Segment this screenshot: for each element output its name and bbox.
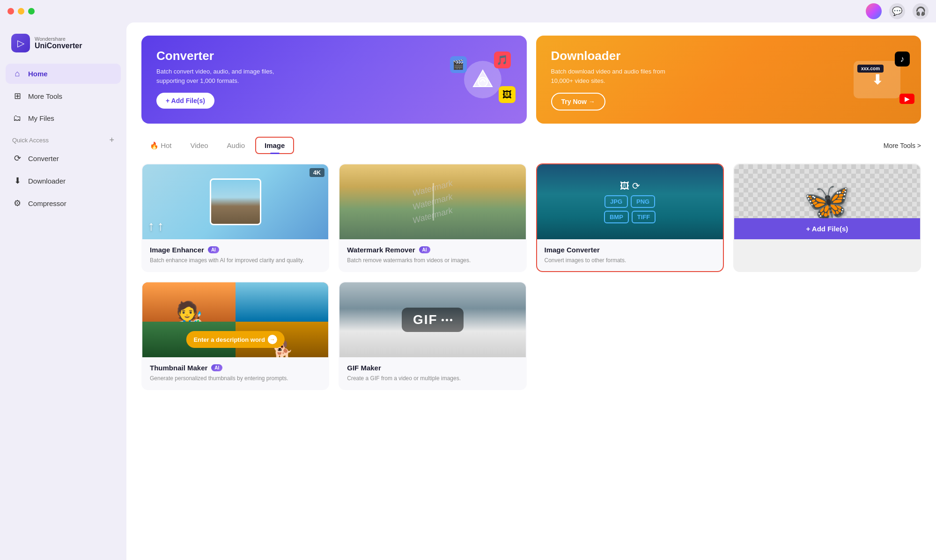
tool-card-image-enhancer[interactable]: 4K ↑ ↑ Image Enhancer AI Batch enhance i… [141, 163, 329, 272]
converter-banner: Converter Batch convert video, audio, an… [141, 36, 527, 124]
downloader-illustration: xxx.com ⬇ ♪ ▶ [844, 52, 910, 108]
sidebar-item-converter[interactable]: ⟳ Converter [6, 148, 121, 169]
image-converter-title: Image Converter [545, 246, 600, 254]
tool-card-thumbnail-maker[interactable]: 🧑‍🎨 🐕 Enter a description word → [141, 281, 329, 390]
svg-point-1 [478, 77, 487, 87]
4k-badge: 4K [310, 168, 325, 177]
tool-card-image-converter[interactable]: 🖼 ⟳ JPG PNG BMP TIFF Image Converter [536, 163, 724, 272]
converter-icon-area: 🖼 ⟳ JPG PNG BMP TIFF [592, 180, 667, 223]
quick-access-add-button[interactable]: + [109, 136, 114, 144]
home-icon: ⌂ [12, 69, 22, 79]
converter-label: Converter [28, 155, 59, 162]
quick-access-header: Quick Access + [6, 130, 121, 146]
pac-dot-1 [442, 319, 444, 321]
close-button[interactable] [7, 8, 14, 15]
watermark-remover-title: Watermark Remover [347, 246, 415, 254]
gif-maker-info: GIF Maker Create a GIF from a video or m… [339, 357, 525, 389]
sidebar-item-home[interactable]: ⌂ Home [6, 64, 121, 84]
tiff-badge: TIFF [632, 211, 656, 223]
image-enhancer-title: Image Enhancer [150, 246, 204, 254]
chat-button[interactable]: 💬 [889, 3, 905, 19]
category-tabs: 🔥 Hot Video Audio Image [141, 137, 294, 154]
app-name: UniConverter [35, 42, 82, 50]
converter-arrows: 🖼 ⟳ [620, 180, 640, 192]
watermark-remover-title-row: Watermark Remover AI [347, 246, 518, 254]
quick-access-label: Quick Access [12, 137, 49, 144]
prompt-arrow-icon: → [268, 335, 277, 344]
float-video-icon: 🎬 [450, 56, 467, 73]
headphone-button[interactable]: 🎧 [913, 3, 929, 19]
image-converter-desc: Convert images to other formats. [545, 256, 715, 265]
more-tools-link[interactable]: More Tools > [884, 142, 921, 149]
tiktok-logo: ♪ [895, 52, 910, 66]
converter-icon: ⟳ [12, 153, 22, 163]
brand-name: Wondershare [35, 36, 82, 42]
maximize-button[interactable] [28, 8, 35, 15]
watermark-remover-info: Watermark Remover AI Batch remove waterm… [339, 239, 525, 271]
minimize-button[interactable] [18, 8, 24, 15]
download-arrow-icon: ⬇ [872, 72, 883, 88]
image-enhancer-thumbnail: 4K ↑ ↑ [142, 164, 328, 239]
more-tools-icon: ⊞ [12, 91, 22, 101]
sidebar-item-compressor[interactable]: ⚙ Compressor [6, 193, 121, 214]
downloader-try-now-button[interactable]: Try Now → [551, 93, 605, 111]
tool-card-add-files[interactable]: 🦋 + Add File(s) [733, 163, 921, 272]
thumbnail-maker-info: Thumbnail Maker AI Generate personalized… [142, 357, 328, 389]
tool-card-gif-maker[interactable]: GIF GIF Maker Create a GIF from a [339, 281, 526, 390]
description-prompt: Enter a description word → [186, 331, 284, 348]
enhance-preview [210, 178, 261, 225]
image-converter-title-row: Image Converter [545, 246, 715, 254]
window-controls [7, 8, 35, 15]
bmp-badge: BMP [604, 211, 629, 223]
gif-maker-thumbnail: GIF [339, 282, 525, 357]
add-files-button[interactable]: + Add File(s) [734, 218, 920, 239]
up-arrow-1: ↑ [148, 219, 155, 234]
up-arrow-2: ↑ [157, 219, 164, 234]
app-logo-icon: ▷ [11, 34, 30, 52]
url-badge: xxx.com [857, 65, 884, 73]
sidebar-item-my-files[interactable]: 🗂 My Files [6, 108, 121, 128]
tab-audio[interactable]: Audio [219, 138, 253, 153]
main-content: Converter Batch convert video, audio, an… [126, 22, 936, 560]
watermark-remover-thumbnail: Watermark Watermark Watermark [339, 164, 525, 239]
downloader-label: Downloader [28, 177, 66, 185]
sidebar-item-more-tools[interactable]: ⊞ More Tools [6, 86, 121, 106]
thumbnail-maker-title-row: Thumbnail Maker AI [150, 364, 321, 372]
image-converter-info: Image Converter Convert images to other … [537, 239, 723, 271]
image-converter-thumbnail: 🖼 ⟳ JPG PNG BMP TIFF [537, 164, 723, 239]
png-badge: PNG [631, 195, 655, 208]
converter-add-files-button[interactable]: + Add File(s) [156, 93, 214, 109]
float-image-icon: 🖼 [499, 86, 516, 103]
float-music-icon: 🎵 [494, 52, 511, 68]
youtube-logo: ▶ [899, 94, 914, 104]
thumbnail-maker-thumbnail: 🧑‍🎨 🐕 Enter a description word → [142, 282, 328, 357]
ai-badge-enhancer: AI [208, 246, 219, 253]
tab-image[interactable]: Image [255, 137, 294, 154]
ai-badge-watermark: AI [419, 246, 430, 253]
convert-arrow-icon: ⟳ [632, 180, 640, 192]
my-files-label: My Files [28, 114, 54, 122]
image-enhancer-desc: Batch enhance images with AI for improve… [150, 256, 321, 265]
pac-dot-2 [446, 319, 448, 321]
mountain-bg [211, 180, 260, 224]
gif-maker-title: GIF Maker [347, 364, 381, 372]
ai-badge-thumbnail: AI [211, 364, 222, 371]
downloader-banner: Downloader Batch download video and audi… [536, 36, 921, 124]
user-avatar[interactable] [866, 3, 882, 19]
add-files-thumbnail: 🦋 + Add File(s) [734, 164, 920, 239]
tab-hot[interactable]: 🔥 Hot [141, 138, 180, 154]
tool-card-watermark-remover[interactable]: Watermark Watermark Watermark Watermark … [339, 163, 526, 272]
pac-dot-3 [450, 319, 452, 321]
more-tools-label: More Tools [28, 92, 62, 100]
tab-video[interactable]: Video [182, 138, 217, 153]
downloader-box: xxx.com ⬇ [854, 61, 900, 98]
image-enhancer-title-row: Image Enhancer AI [150, 246, 321, 254]
tabs-area: 🔥 Hot Video Audio Image More Tools > [141, 137, 921, 154]
enhance-arrows: ↑ ↑ [148, 219, 164, 234]
converter-illustration: 🎵 🖼 🎬 [450, 52, 516, 108]
gif-maker-desc: Create a GIF from a video or multiple im… [347, 374, 518, 383]
titlebar: 💬 🎧 [0, 0, 936, 22]
app-layout: ▷ Wondershare UniConverter ⌂ Home ⊞ More… [0, 22, 936, 560]
sidebar-item-downloader[interactable]: ⬇ Downloader [6, 170, 121, 191]
home-label: Home [28, 70, 48, 78]
